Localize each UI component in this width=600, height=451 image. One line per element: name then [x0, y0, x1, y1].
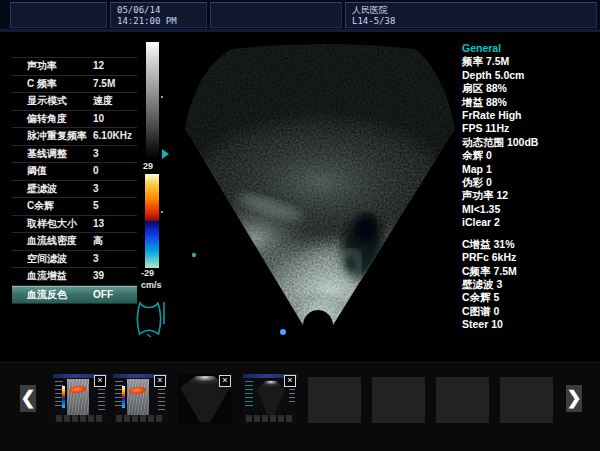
param-row-baseline[interactable]: 基线调整3 [12, 146, 137, 164]
param-label: 脉冲重复频率 [27, 128, 87, 145]
header-hospital-probe: 人民医院 L14-5/38 [345, 2, 597, 28]
param-value: 6.10KHz [93, 128, 132, 145]
param-value: 7.5M [93, 76, 115, 93]
header-box-empty-left [10, 2, 107, 28]
param-row-prf[interactable]: 脉冲重复频率6.10KHz [12, 128, 137, 146]
close-icon[interactable]: × [219, 375, 231, 387]
header-date: 05/06/14 [117, 5, 160, 15]
param-label: C 频率 [27, 76, 57, 93]
section-title-general: General [462, 42, 598, 55]
param-row-acoustic-power[interactable]: 声功率12 [12, 57, 137, 76]
image-info-panel: General 频率 7.5M Depth 5.0cm 扇区 88% 增益 88… [462, 42, 598, 332]
velocity-unit-label: cm/s [141, 280, 162, 290]
param-value: 3 [93, 251, 99, 268]
param-label: 基线调整 [27, 146, 67, 163]
param-label: 空间滤波 [27, 251, 67, 268]
param-row-wall-filter[interactable]: 壁滤波3 [12, 181, 137, 199]
empty-thumbnail-slot [308, 377, 361, 423]
parameter-list: 声功率12 C 频率7.5M 显示模式速度 偏转角度10 脉冲重复频率6.10K… [12, 57, 137, 304]
velocity-min-label: -29 [141, 268, 154, 278]
param-row-line-density[interactable]: 血流线密度高 [12, 233, 137, 251]
focus-marker-green-dot [192, 253, 196, 257]
param-value: OFF [93, 287, 113, 304]
param-row-c-frequency[interactable]: C 频率7.5M [12, 76, 137, 94]
param-row-flow-invert-selected[interactable]: 血流反色OFF [12, 286, 137, 305]
mini-thumbstrip [246, 415, 294, 422]
scale-tick-dot [161, 96, 163, 98]
info-line-c-frequency: C频率 7.5M [462, 265, 598, 278]
info-line-wall-filter: 壁滤波 3 [462, 278, 598, 291]
param-value: 速度 [93, 93, 113, 110]
param-value: 3 [93, 181, 99, 198]
info-line-frequency: 频率 7.5M [462, 55, 598, 68]
color-doppler-bar [145, 174, 159, 268]
param-value: 高 [93, 233, 103, 250]
info-line-steer: Steer 10 [462, 318, 598, 331]
scale-tick-dot [161, 211, 163, 213]
gain-marker-icon[interactable] [162, 149, 169, 159]
mini-colorbar [62, 386, 65, 408]
thumbnail-doppler-2[interactable]: × [113, 374, 167, 424]
info-line-frrate: FrRate High [462, 109, 598, 122]
param-value: 3 [93, 146, 99, 163]
param-row-c-persistence[interactable]: C余辉5 [12, 198, 137, 216]
info-line-dynamic-range: 动态范围 100dB [462, 136, 598, 149]
prev-arrow-icon[interactable]: ❮ [20, 385, 36, 412]
empty-thumbnail-slot [372, 377, 425, 423]
param-label: 阈值 [27, 163, 47, 180]
param-label: 声功率 [27, 58, 57, 75]
empty-thumbnail-slot [500, 377, 553, 423]
param-label: 取样包大小 [27, 216, 77, 233]
empty-thumbnail-slot [436, 377, 489, 423]
mini-text-left [245, 381, 253, 409]
param-value: 12 [93, 58, 104, 75]
info-line-mi: MI<1.35 [462, 203, 598, 216]
mini-thumbstrip [56, 415, 104, 422]
param-label: 血流线密度 [27, 233, 77, 250]
thumbnail-sector-large[interactable]: × [178, 374, 232, 424]
body-marker-icon [131, 299, 171, 339]
param-value: 13 [93, 216, 104, 233]
param-value: 0 [93, 163, 99, 180]
close-icon[interactable]: × [154, 375, 166, 387]
param-label: 偏转角度 [27, 111, 67, 128]
param-row-threshold[interactable]: 阈值0 [12, 163, 137, 181]
info-line-c-persistence: C余辉 5 [462, 291, 598, 304]
close-icon[interactable]: × [284, 375, 296, 387]
mini-colorbar [122, 386, 125, 408]
reference-marker-blue-dot [280, 329, 286, 335]
info-line-depth: Depth 5.0cm [462, 69, 598, 82]
header-bar: 05/06/14 14:21:00 PM 人民医院 L14-5/38 [0, 0, 600, 32]
header-datetime: 05/06/14 14:21:00 PM [110, 2, 207, 28]
info-line-gain: 增益 88% [462, 96, 598, 109]
ultrasound-image [170, 32, 460, 352]
param-row-spatial-filter[interactable]: 空间滤波3 [12, 251, 137, 269]
param-row-steer-angle[interactable]: 偏转角度10 [12, 111, 137, 129]
mini-sector-image [256, 380, 286, 416]
mini-ultrasound [127, 379, 149, 420]
hospital-name: 人民医院 [352, 5, 388, 15]
velocity-max-label: 29 [143, 161, 153, 171]
thumbnail-sector-screen[interactable]: × [243, 374, 297, 424]
info-line-fps: FPS 11Hz [462, 122, 598, 135]
info-line-prfc: PRFc 6kHz [462, 251, 598, 264]
param-value: 10 [93, 111, 104, 128]
probe-model: L14-5/38 [352, 16, 395, 26]
param-row-color-gain[interactable]: 血流增益39 [12, 268, 137, 286]
mini-thumbstrip [116, 415, 164, 422]
thumbnail-strip: ❮ × × × [0, 362, 600, 451]
header-time: 14:21:00 PM [117, 16, 177, 26]
param-row-display-mode[interactable]: 显示模式速度 [12, 93, 137, 111]
info-line-map: Map 1 [462, 163, 598, 176]
close-icon[interactable]: × [94, 375, 106, 387]
param-row-packet-size[interactable]: 取样包大小13 [12, 216, 137, 234]
param-value: 39 [93, 268, 104, 285]
param-label: 血流增益 [27, 268, 67, 285]
thumbnail-doppler-1[interactable]: × [53, 374, 107, 424]
param-label: 显示模式 [27, 93, 67, 110]
grayscale-bar [146, 42, 159, 159]
info-line-c-map: C图谱 0 [462, 305, 598, 318]
next-arrow-icon[interactable]: ❯ [566, 385, 582, 412]
info-line-acoustic-power: 声功率 12 [462, 189, 598, 202]
info-line-persistence: 余辉 0 [462, 149, 598, 162]
